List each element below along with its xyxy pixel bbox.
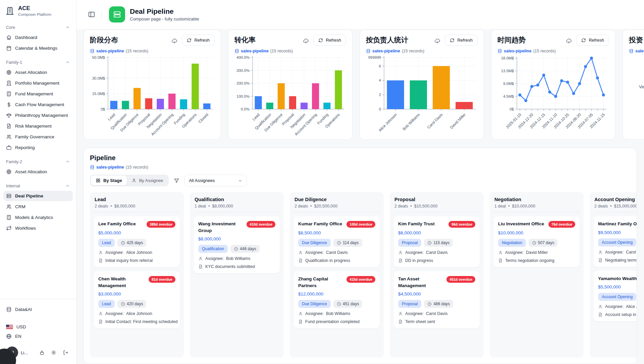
note-text: Initial inquiry from referral: [105, 258, 153, 263]
cloud-download-icon[interactable]: [171, 38, 177, 44]
sidebar: ACE Composer Platform CoreDashboardCalen…: [0, 0, 76, 364]
column-deal-count: 2 deals: [95, 204, 108, 209]
sidebar-item-asset-allocation[interactable]: Asset Allocation: [3, 67, 73, 78]
chart-actions: Refresh: [303, 35, 346, 46]
column-divider: [94, 212, 180, 212]
sidebar-item-dashboard[interactable]: Dashboard: [3, 32, 73, 43]
sidebar-item-asset-allocation[interactable]: Asset Allocation: [3, 167, 73, 177]
cloud-download-icon[interactable]: [434, 38, 440, 44]
svg-text:13.5M$: 13.5M$: [501, 69, 514, 73]
days-value: 420 days: [127, 302, 143, 306]
sidebar-item-portfolio-management[interactable]: Portfolio Management: [3, 78, 73, 88]
sidebar-item-calendar-meetings[interactable]: Calendar & Meetings: [3, 43, 73, 53]
column-deal-count: 2 deals: [294, 204, 308, 209]
refresh-button[interactable]: Refresh: [445, 35, 478, 46]
page-subtitle: Composer page - fully customizable: [130, 16, 199, 21]
sidebar-item-data-ai[interactable]: Data&AI: [3, 305, 73, 314]
sidebar-item-cash-flow-management[interactable]: Cash Flow Management: [3, 99, 73, 110]
note-row: Initial Contact: First meeting scheduled: [98, 319, 175, 324]
assignee-filter-select[interactable]: All Assignees: [184, 175, 247, 186]
deal-pills: Account Opening5: [598, 293, 637, 301]
deal-card[interactable]: Liu Investment Office76d overdue$10,000,…: [494, 216, 580, 267]
deal-card[interactable]: Wang Investment Group410d overdue$8,000,…: [194, 216, 280, 273]
chart-card-header: 阶段分布Refresh: [90, 35, 215, 46]
assignee-label: Assignee:: [405, 250, 424, 255]
refresh-button[interactable]: Refresh: [182, 35, 215, 46]
column-deal-count: 2 deals: [594, 204, 608, 209]
deal-card[interactable]: Kumar Family Office100d overdue$8,500,00…: [294, 216, 380, 267]
deal-card[interactable]: Lee Family Office389d overdue$5,000,000L…: [94, 216, 180, 267]
language-selector[interactable]: EN: [3, 331, 73, 341]
assignee-name: David Miller: [526, 250, 548, 255]
deal-card[interactable]: Chen Wealth Management81d overdue$3,000,…: [94, 271, 180, 328]
deal-card-header: Chen Wealth Management81d overdue: [98, 276, 175, 289]
chart-source-link[interactable]: sales-pipeline: [372, 49, 400, 53]
deal-card[interactable]: Tan Asset Management451d overdue$4,500,0…: [394, 271, 480, 328]
cloud-download-icon[interactable]: [566, 38, 572, 44]
kanban-column-proposal: Proposal2 deals•$10,500,000Kim Family Tr…: [390, 192, 484, 358]
sidebar-item-family-governance[interactable]: Family Governance: [3, 132, 73, 142]
section-header-family-2[interactable]: Family-2: [3, 158, 73, 166]
tab-by-stage[interactable]: By Stage: [91, 176, 127, 185]
tab-by-assignee[interactable]: By Assignee: [127, 176, 168, 185]
sidebar-toggle-icon[interactable]: [88, 11, 95, 18]
chart-card-5: 投资Refreshsales-pipeline(15 records)Ve: [623, 30, 644, 140]
sidebar-item-workflows[interactable]: Workflows: [3, 223, 73, 233]
currency-selector[interactable]: USD: [3, 322, 73, 331]
sidebar-section-family-1: Family-1Asset AllocationPortfolio Manage…: [3, 59, 73, 153]
chart-source-link[interactable]: sales-pipeline: [241, 49, 269, 53]
section-label: Core: [6, 25, 15, 30]
sidebar-item-crm[interactable]: CRM: [3, 201, 73, 212]
sidebar-section-core: CoreDashboardCalendar & Meetings: [3, 24, 73, 53]
column-summary: 2 deals•$10,500,000: [394, 204, 480, 209]
assignee-name: Alice Johnson: [126, 311, 152, 316]
deal-card[interactable]: Yamamoto Wealth$5,500,000Account Opening…: [594, 271, 637, 322]
days-value: 507 days: [538, 240, 554, 245]
deal-card[interactable]: Kim Family Trust96d overdue$6,000,000Pro…: [394, 216, 480, 267]
person-icon: [98, 311, 103, 316]
app-root: ACE Composer Platform CoreDashboardCalen…: [0, 0, 644, 364]
clock-icon: [532, 241, 536, 245]
sidebar-item-reporting[interactable]: Reporting: [3, 142, 73, 153]
sidebar-item-models-analytics[interactable]: Models & Analytics: [3, 212, 73, 223]
sidebar-item-label: Dashboard: [15, 35, 37, 40]
section-header-internal[interactable]: Internal: [3, 182, 73, 190]
sidebar-item-risk-management[interactable]: Risk Management: [3, 121, 73, 131]
column-name: Proposal: [394, 196, 480, 202]
sidebar-item-fund-management[interactable]: Fund Management: [3, 89, 73, 99]
briefcase-icon: [6, 145, 12, 150]
note-text: Account setup in progress: [605, 312, 637, 317]
chart-card-header: 转化率Refresh: [234, 35, 346, 46]
note-row: Account setup in progress: [598, 312, 637, 317]
refresh-button[interactable]: Refresh: [313, 35, 346, 46]
section-header-family-1[interactable]: Family-1: [3, 59, 73, 67]
filter-icon[interactable]: [174, 178, 179, 183]
sidebar-item-deal-pipeline[interactable]: Deal Pipeline: [3, 191, 73, 201]
deal-card[interactable]: Martinez Family Office$9,500,000Account …: [594, 216, 637, 267]
svg-text:Account Opening: Account Opening: [150, 112, 174, 136]
sidebar-item-philanthropy-management[interactable]: Philanthropy Management: [3, 110, 73, 121]
logout-icon[interactable]: [63, 350, 68, 355]
lock-icon[interactable]: [39, 350, 45, 355]
person-icon: [298, 250, 303, 255]
cloud-download-icon[interactable]: [303, 38, 309, 44]
refresh-icon: [450, 38, 454, 43]
assignee-label: Assignee:: [305, 311, 324, 316]
pipeline-source-link[interactable]: sales-pipeline: [96, 165, 124, 170]
deal-card[interactable]: Zhang Capital Partners415d overdue$12,00…: [294, 271, 380, 328]
column-summary: 1 deal•$10,000,000: [494, 204, 580, 209]
refresh-button[interactable]: Refresh: [576, 35, 609, 46]
chart-source-link[interactable]: sales-pipeline: [504, 49, 532, 53]
note-text: Negotiating terms: [605, 258, 637, 263]
target-icon: [6, 70, 12, 75]
column-dot: •: [508, 204, 509, 209]
chart-source-link[interactable]: sales-pipeline: [96, 49, 124, 53]
note-text: Terms negotiation ongoing: [505, 258, 554, 263]
sidebar-item-label: CRM: [15, 204, 25, 209]
assignee-label: Assignee:: [405, 311, 424, 316]
gear-icon[interactable]: [51, 350, 56, 355]
kanban-board: Lead2 deals•$8,000,000Lee Family Office3…: [90, 192, 631, 358]
chart-source-link[interactable]: sales-pipeline: [635, 49, 644, 53]
section-header-core[interactable]: Core: [3, 24, 73, 32]
days-pill: 486 days: [424, 300, 453, 308]
